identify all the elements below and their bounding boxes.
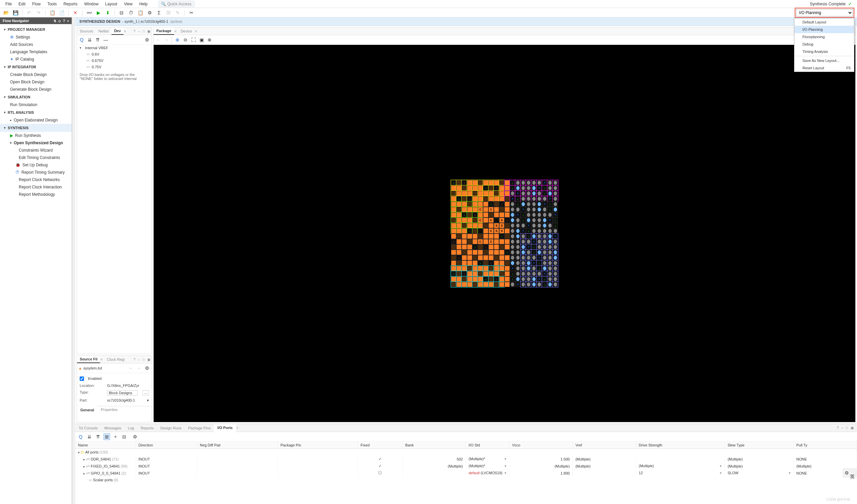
item-add-sources[interactable]: Add Sources <box>0 41 72 48</box>
layout-select[interactable]: I/O Planning <box>796 9 853 16</box>
misc1-icon[interactable]: ☒ <box>165 10 172 16</box>
item-generate-block-design[interactable]: Generate Block Design <box>0 86 72 93</box>
menu-edit[interactable]: Edit <box>16 0 28 8</box>
table-row[interactable]: ▸ ⮂ DDR_54841 (71)INOUT✓502(Multiple)* ▾… <box>75 455 857 463</box>
menu-layout[interactable]: Layout <box>102 0 120 8</box>
quick-access[interactable]: 🔍 Quick Access <box>158 1 195 7</box>
item-edit-timing-constraints[interactable]: Edit Timing Constraints <box>0 154 72 161</box>
undo-icon[interactable]: ↶ <box>26 10 32 16</box>
close-icon[interactable]: ✕ <box>193 30 199 33</box>
menu-help[interactable]: Help <box>137 0 150 8</box>
col-vcco[interactable]: Vcco <box>509 442 572 449</box>
gear-icon[interactable]: ⚙ <box>132 433 138 440</box>
cancel-icon[interactable]: ✕ <box>72 10 79 16</box>
tab-dev[interactable]: Dev <box>112 28 123 35</box>
gear-icon[interactable]: ⚙ <box>146 10 153 16</box>
layout-item-floorplanning[interactable]: Floorplanning <box>794 33 854 40</box>
step-icon[interactable]: ⬇ <box>104 10 111 16</box>
item-ip-catalog[interactable]: ✦IP Catalog <box>0 55 72 63</box>
section-synthesis[interactable]: ▾SYNTHESIS <box>0 124 72 132</box>
col-bank[interactable]: Bank <box>402 442 466 449</box>
gear-icon[interactable]: ⚙ <box>144 365 150 371</box>
maximize-icon[interactable]: ▣ <box>849 425 855 431</box>
item-report-timing-summary[interactable]: ⏱Report Timing Summary <box>0 169 72 176</box>
gear-icon[interactable]: ⚙ <box>144 36 150 43</box>
menu-flow[interactable]: Flow <box>30 0 43 8</box>
tab-tcl-console[interactable]: Tcl Console <box>75 424 101 432</box>
zoom-sel-icon[interactable]: ▣ <box>198 36 205 43</box>
back-icon[interactable]: ← <box>155 36 162 43</box>
route-icon[interactable]: ⊟ <box>118 10 125 16</box>
misc2-icon[interactable]: ✎ <box>174 10 181 16</box>
item-open-elaborated-design[interactable]: ▸Open Elaborated Design <box>0 116 72 124</box>
item-run-simulation[interactable]: Run Simulation <box>0 101 72 108</box>
tab-reports[interactable]: Reports <box>137 424 157 432</box>
tab-general[interactable]: General <box>77 406 97 413</box>
help-icon[interactable]: ? <box>836 425 840 431</box>
glasses-icon[interactable]: 👓 <box>86 10 93 16</box>
collapse-icon[interactable]: ⇅ <box>54 19 56 23</box>
timer-icon[interactable]: ⏱ <box>128 10 134 16</box>
item-set-up-debug[interactable]: 🐞Set Up Debug <box>0 161 72 169</box>
layout-item-debug[interactable]: Debug <box>794 40 854 48</box>
item-language-templates[interactable]: Language Templates <box>0 48 72 55</box>
io-icon[interactable]: ⊟ <box>121 433 128 440</box>
collapse-icon[interactable]: ⇊ <box>86 433 93 440</box>
menu-file[interactable]: File <box>3 0 14 8</box>
item-open-synthesized-design[interactable]: ▾Open Synthesized Design <box>0 139 72 147</box>
zoom-out-icon[interactable]: ⊖ <box>182 36 189 43</box>
expand-icon[interactable]: ⇈ <box>95 36 101 43</box>
maximize-icon[interactable]: ▣ <box>146 29 152 34</box>
run-icon[interactable]: ▶ <box>95 10 102 16</box>
minimize-icon[interactable]: – <box>137 357 141 362</box>
minimize-icon[interactable]: – <box>137 29 141 34</box>
chevron-down-icon[interactable]: ▾ <box>147 398 149 403</box>
restore-icon[interactable]: □ <box>141 29 146 34</box>
menu-tools[interactable]: Tools <box>45 0 59 8</box>
col-io-std[interactable]: I/O Std <box>466 442 509 449</box>
minimize-icon[interactable]: – <box>840 425 845 431</box>
tab-clock-regions[interactable]: Clock Regi <box>104 356 127 363</box>
table-row-root[interactable]: ▾ 🗀 All ports (132) <box>75 449 857 456</box>
type-value[interactable]: Block Designs <box>107 390 138 396</box>
tab-messages[interactable]: Messages <box>101 424 124 432</box>
restore-icon[interactable]: □ <box>845 425 849 431</box>
collapse-icon[interactable]: ⇊ <box>86 36 93 43</box>
report-icon[interactable]: 📋 <box>137 10 144 16</box>
forward-icon[interactable]: → <box>136 365 142 371</box>
help-icon[interactable]: ? <box>132 357 137 362</box>
item-report-clock-networks[interactable]: Report Clock Networks <box>0 176 72 183</box>
zoom-fit-icon[interactable]: ⛶ <box>190 36 197 43</box>
col-vref[interactable]: Vref <box>572 442 636 449</box>
expand-icon[interactable]: ⇈ <box>95 433 101 440</box>
sort-icon[interactable]: ⊞ <box>103 433 110 440</box>
sigma-icon[interactable]: Σ <box>156 10 162 16</box>
tab-io-ports[interactable]: I/O Ports <box>214 424 236 432</box>
ime-indicator[interactable]: 英⚙ <box>843 469 856 477</box>
section-simulation[interactable]: ▾SIMULATION <box>0 93 72 101</box>
close-icon[interactable]: ✕ <box>173 30 178 33</box>
layout-reset[interactable]: Reset Layout F5 <box>794 64 854 72</box>
close-icon[interactable]: ✕ <box>235 426 240 430</box>
item-run-synthesis[interactable]: ▶Run Synthesis <box>0 132 72 139</box>
col-neg-diff[interactable]: Neg Diff Pair <box>197 442 278 449</box>
restore-icon[interactable]: □ <box>141 357 146 362</box>
section-ip-integrator[interactable]: ▾IP INTEGRATOR <box>0 63 72 71</box>
io-table[interactable]: Name Direction Neg Diff Pair Package Pin… <box>75 442 857 504</box>
tab-netlist[interactable]: Netlist <box>96 28 112 34</box>
package-viewer[interactable]: ↓↓↓+↓↓↓+↓+↓↓↓+↓+↓↓↓+↓CC+↓↓↓+↓+CCSS↓↓+↓SS… <box>154 45 855 422</box>
paste-icon[interactable]: 📄 <box>58 10 65 16</box>
item-create-block-design[interactable]: Create Block Design <box>0 71 72 78</box>
close-icon[interactable]: « <box>67 19 69 23</box>
table-row[interactable]: ▸ ⮂ FIXED_IO_54841 (59)INOUT✓(Multiple)(… <box>75 463 857 470</box>
remove-icon[interactable]: — <box>102 36 109 43</box>
tab-sources[interactable]: Sources <box>77 28 96 34</box>
item-report-clock-interaction[interactable]: Report Clock Interaction <box>0 183 72 191</box>
target-icon[interactable]: ⊕ <box>206 36 213 43</box>
search-icon[interactable]: Q <box>77 433 84 440</box>
close-icon[interactable]: ✕ <box>99 358 104 362</box>
col-name[interactable]: Name <box>75 442 136 449</box>
col-pull[interactable]: Pull Ty <box>793 442 857 449</box>
help-icon[interactable]: ? <box>63 19 65 23</box>
vref-0-675[interactable]: ▭0.675V <box>77 57 152 64</box>
